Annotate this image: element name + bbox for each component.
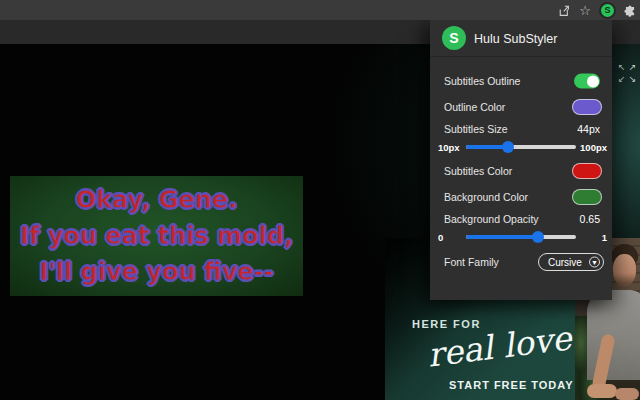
popup-header: S Hulu SubStyler [430, 20, 612, 57]
expand-arrow-bl: ↙ [616, 73, 627, 85]
background-opacity-slider-row: 0 1 [430, 228, 612, 246]
font-family-select[interactable]: Cursive ▼ [538, 253, 604, 271]
background-color-label: Background Color [444, 191, 528, 203]
opacity-max-label: 1 [602, 232, 607, 243]
substyler-logo-icon: S [442, 26, 466, 50]
subtitle-line-2: If you eat this mold, [20, 218, 293, 254]
row-subtitles-color: Subtitles Color [430, 162, 612, 180]
outline-color-swatch[interactable] [572, 99, 602, 115]
expand-arrow-tr: ↗ [627, 61, 638, 73]
outline-color-label: Outline Color [444, 101, 505, 113]
chevron-down-icon: ▼ [589, 257, 600, 268]
promo-cta-text[interactable]: START FREE TODAY [449, 379, 574, 391]
size-min-label: 10px [438, 142, 460, 153]
extension-popup: S Hulu SubStyler Subtitles Outline Outli… [430, 20, 612, 300]
extension-s-badge: S [601, 4, 614, 17]
row-subtitles-outline: Subtitles Outline [430, 72, 612, 90]
toggle-knob [587, 75, 599, 87]
opacity-min-label: 0 [438, 232, 443, 243]
subtitles-outline-label: Subtitles Outline [444, 75, 520, 87]
subtitle-line-1: Okay, Gene. [76, 182, 238, 218]
font-family-selected-value: Cursive [548, 257, 582, 268]
subtitle-line-3: I'll give you five-- [40, 254, 274, 290]
extensions-puzzle-icon[interactable] [622, 2, 638, 18]
toolbar-icons: ☆ S [555, 0, 638, 20]
subtitles-color-swatch[interactable] [572, 163, 602, 179]
row-background-color: Background Color [430, 188, 612, 206]
bookmark-star-icon[interactable]: ☆ [577, 2, 593, 18]
size-max-label: 100px [580, 142, 607, 153]
font-family-label: Font Family [444, 256, 499, 268]
background-opacity-slider[interactable] [466, 235, 576, 239]
row-font-family: Font Family Cursive ▼ [430, 252, 612, 272]
subtitles-size-slider-row: 10px 100px [430, 138, 612, 156]
subtitles-color-label: Subtitles Color [444, 165, 512, 177]
background-opacity-label: Background Opacity [444, 213, 539, 225]
row-background-opacity: Background Opacity 0.65 [430, 210, 612, 228]
slider-thumb[interactable] [532, 231, 544, 243]
subtitles-size-slider[interactable] [466, 145, 576, 149]
fullscreen-expand-icon[interactable]: ↖ ↗ ↙ ↘ [616, 61, 638, 85]
subtitles-size-label: Subtitles Size [444, 123, 508, 135]
subtitles-size-value: 44px [577, 123, 600, 135]
background-opacity-value: 0.65 [580, 213, 600, 225]
substyler-extension-icon[interactable]: S [599, 2, 616, 19]
screen: ☆ S ↖ ↗ ↙ ↘ Okay, Gene. If you eat this … [0, 0, 640, 400]
subtitle-box: Okay, Gene. If you eat this mold, I'll g… [10, 176, 303, 296]
background-color-swatch[interactable] [572, 189, 602, 205]
row-outline-color: Outline Color [430, 98, 612, 116]
expand-arrow-br: ↘ [627, 73, 638, 85]
expand-arrow-tl: ↖ [616, 61, 627, 73]
slider-fill [466, 235, 538, 239]
slider-thumb[interactable] [502, 141, 514, 153]
row-subtitles-size: Subtitles Size 44px [430, 120, 612, 138]
promo-headline: HERE FOR [412, 318, 481, 330]
share-icon[interactable] [555, 2, 571, 18]
browser-toolbar: ☆ S [0, 0, 640, 20]
subtitles-outline-toggle[interactable] [574, 74, 600, 89]
popup-title: Hulu SubStyler [474, 20, 557, 57]
